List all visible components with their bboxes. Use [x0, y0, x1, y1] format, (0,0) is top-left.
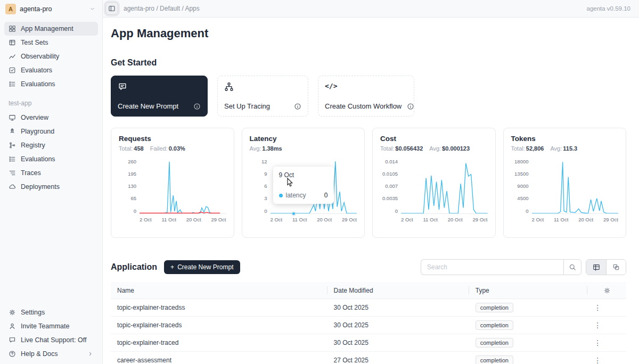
- table-view-button[interactable]: [586, 260, 606, 275]
- y-tick: 0: [134, 209, 136, 214]
- stat-card-tokens: TokensTotal:52,806Avg:115.31800013500900…: [503, 128, 627, 238]
- chart-marker-dot: [292, 212, 296, 216]
- application-heading: Application: [111, 262, 157, 272]
- cell-date-modified: 30 Oct 2025: [327, 321, 469, 329]
- cell-type: completion: [469, 338, 588, 348]
- sidebar-item-test-sets[interactable]: Test Sets: [4, 36, 98, 49]
- sidebar-app-item-traces[interactable]: Traces: [4, 166, 98, 180]
- stat-metrics: Total:52,806Avg:115.3: [511, 145, 619, 152]
- breadcrumb[interactable]: agenta-pro / Default / Apps: [124, 5, 200, 12]
- y-tick: 260: [128, 159, 136, 164]
- y-tick: 0.007: [385, 184, 398, 189]
- x-tick: 20 Oct: [448, 217, 463, 222]
- sidebar-footer-item-settings[interactable]: Settings: [4, 305, 98, 319]
- more-vertical-icon[interactable]: ⋮: [594, 356, 601, 364]
- sidebar-app-item-playground[interactable]: Playground: [4, 125, 98, 138]
- sidebar-app-item-deployments[interactable]: Deployments: [4, 180, 98, 194]
- get-started-card-create-new-prompt[interactable]: Create New Prompt: [111, 76, 208, 117]
- more-vertical-icon[interactable]: ⋮: [594, 321, 601, 329]
- testsets-icon: [9, 39, 16, 46]
- table-row-topic-explainer-tracedss[interactable]: topic-explainer-tracedss30 Oct 2025compl…: [111, 299, 626, 317]
- search-icon: [569, 263, 576, 271]
- cell-name: topic-explainer-traceds: [111, 321, 327, 329]
- observability-icon: [9, 53, 16, 60]
- card-view-button[interactable]: [606, 260, 626, 275]
- invite-icon: [9, 322, 16, 330]
- application-header: Application + Create New Prompt: [111, 259, 626, 275]
- stat-metrics: Avg:1.38ms: [250, 145, 357, 152]
- sidebar-app-item-overview[interactable]: Overview: [4, 111, 98, 125]
- view-toggle: [586, 259, 626, 275]
- column-header-type: Type: [469, 282, 588, 299]
- search-button[interactable]: [563, 259, 581, 275]
- application-section: Application + Create New Prompt: [111, 259, 626, 364]
- stat-title: Cost: [380, 135, 488, 143]
- sidebar-item-evaluators[interactable]: Evaluators: [4, 63, 98, 77]
- topbar: agenta-pro / Default / Apps agenta v0.59…: [103, 0, 639, 18]
- x-tick: 11 Oct: [292, 217, 307, 222]
- column-settings-button[interactable]: [587, 282, 626, 299]
- main-column: agenta-pro / Default / Apps agenta v0.59…: [103, 0, 639, 364]
- metric: Total:52,806: [511, 145, 544, 152]
- get-started-heading: Get Started: [111, 58, 626, 68]
- table-row-topic-explainer-traced[interactable]: topic-explainer-traced30 Oct 2025complet…: [111, 334, 626, 352]
- table-row-topic-explainer-traceds[interactable]: topic-explainer-traceds30 Oct 2025comple…: [111, 317, 626, 334]
- sidebar-item-app-management[interactable]: App Management: [4, 22, 98, 36]
- sidebar-item-label: Evaluations: [21, 80, 55, 88]
- metric: Failed:0.03%: [150, 145, 185, 152]
- sidebar-item-label: Live Chat Support: Off: [21, 336, 86, 344]
- prompt-icon: [118, 82, 127, 92]
- cursor-icon: [287, 178, 294, 187]
- cell-actions: ⋮: [587, 303, 626, 312]
- metric: Avg:$0.000123: [429, 145, 470, 152]
- cell-actions: ⋮: [587, 338, 626, 347]
- sidebar-item-label: Playground: [21, 128, 54, 135]
- x-tick: 2 Oct: [140, 217, 152, 222]
- panel-icon: [108, 5, 116, 12]
- table-row-career-assessment[interactable]: career-assessment27 Oct 2025completion⋮: [111, 352, 626, 364]
- cell-actions: ⋮: [587, 356, 626, 364]
- metric: Total:$0.056432: [380, 145, 423, 152]
- sidebar-item-observability[interactable]: Observability: [4, 49, 98, 63]
- cell-name: topic-explainer-traced: [111, 339, 327, 346]
- create-new-prompt-button[interactable]: + Create New Prompt: [164, 260, 240, 274]
- sidebar-footer-item-invite-teammate[interactable]: Invite Teammate: [4, 319, 98, 333]
- info-icon: [294, 103, 301, 110]
- metric: Avg:1.38ms: [250, 145, 282, 152]
- sidebar-app-item-registry[interactable]: Registry: [4, 138, 98, 152]
- sidebar-footer-item-help-docs[interactable]: Help & Docs: [4, 347, 98, 361]
- sidebar-app-item-evaluations[interactable]: Evaluations: [4, 152, 98, 166]
- get-started-card-create-custom-workflow[interactable]: </>Create Custom Workflow: [318, 76, 414, 117]
- info-icon: [407, 103, 414, 110]
- y-tick: 0.014: [385, 159, 398, 164]
- table-body: topic-explainer-tracedss30 Oct 2025compl…: [111, 299, 626, 364]
- sidebar-item-evaluations[interactable]: Evaluations: [4, 77, 98, 91]
- card-label: Create New Prompt: [118, 102, 178, 110]
- stat-metrics: Total:458Failed:0.03%: [119, 145, 226, 152]
- evaluations-icon: [9, 155, 16, 163]
- tracing-icon: [224, 82, 234, 92]
- more-vertical-icon[interactable]: ⋮: [594, 338, 601, 347]
- plus-icon: +: [170, 263, 174, 271]
- sidebar-app-menu: OverviewPlaygroundRegistryEvaluationsTra…: [0, 110, 102, 194]
- x-tick: 2 Oct: [271, 217, 283, 222]
- get-started-card-set-up-tracing[interactable]: Set Up Tracing: [217, 76, 308, 117]
- search-input[interactable]: [421, 259, 563, 275]
- page-title: App Management: [111, 27, 626, 40]
- x-axis: 2 Oct11 Oct20 Oct29 Oct: [532, 217, 619, 222]
- y-tick: 9: [264, 171, 267, 177]
- registry-icon: [9, 142, 16, 149]
- stat-title: Tokens: [511, 135, 619, 143]
- more-vertical-icon[interactable]: ⋮: [594, 303, 601, 312]
- workspace-selector[interactable]: A agenta-pro: [0, 0, 102, 18]
- main-content: App Management Get Started Create New Pr…: [103, 18, 639, 364]
- type-badge: completion: [476, 338, 513, 348]
- cost-chart: [401, 159, 488, 213]
- chart-plot: [401, 159, 488, 214]
- sidebar-toggle-button[interactable]: [105, 2, 118, 15]
- evaluations-icon: [9, 80, 16, 88]
- type-badge: completion: [476, 320, 513, 330]
- cell-date-modified: 30 Oct 2025: [327, 304, 469, 311]
- sidebar-footer-item-live-chat-support-off[interactable]: Live Chat Support: Off: [4, 333, 98, 347]
- workspace-name: agenta-pro: [20, 5, 52, 13]
